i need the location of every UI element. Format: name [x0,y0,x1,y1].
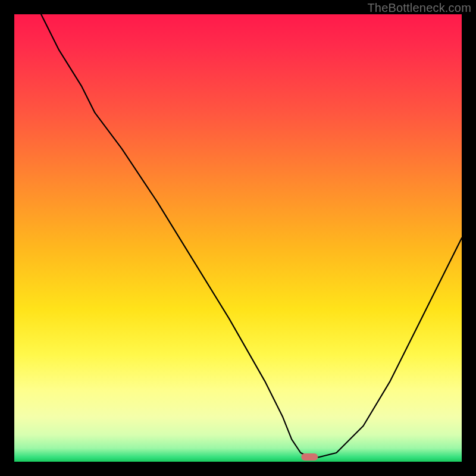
chart-frame: TheBottleneck.com [0,0,476,476]
plot-area [14,14,462,462]
optimal-marker [301,453,318,461]
bottleneck-curve [41,14,462,458]
watermark-text: TheBottleneck.com [367,1,471,15]
curve-layer [14,14,462,462]
